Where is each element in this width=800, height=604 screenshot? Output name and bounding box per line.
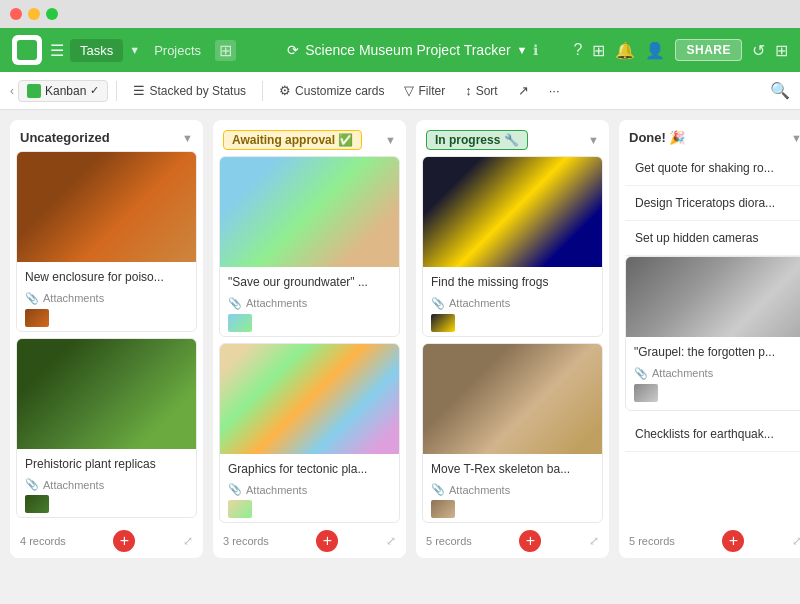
attach-icon-frog: 📎 <box>25 292 39 305</box>
expand-icon-inprogress[interactable]: ⤢ <box>589 534 599 548</box>
records-count-uncategorized: 4 records <box>20 535 66 547</box>
records-count-done: 5 records <box>629 535 675 547</box>
card-missing-frogs[interactable]: Find the missing frogs 📎 Attachments <box>422 156 603 337</box>
add-card-done[interactable]: + <box>722 530 744 552</box>
filter-label: Filter <box>418 84 445 98</box>
card-thumb-tectonic <box>228 500 252 518</box>
chevron-down-icon[interactable]: ▼ <box>517 44 528 56</box>
card-thumb-trex <box>431 500 455 518</box>
customize-icon: ⚙ <box>279 83 291 98</box>
column-title-awaiting: Awaiting approval ✅ <box>223 130 362 150</box>
card-image-tectonic <box>220 344 399 454</box>
share-button[interactable]: SHARE <box>675 39 742 61</box>
status-badge-awaiting: Awaiting approval ✅ <box>223 130 362 150</box>
column-chevron-done[interactable]: ▼ <box>791 132 800 144</box>
status-badge-inprogress: In progress 🔧 <box>426 130 528 150</box>
header-right: ? ⊞ 🔔 👤 SHARE ↺ ⊞ <box>574 39 788 61</box>
card-title-cameras: Set up hidden cameras <box>635 231 758 245</box>
kanban-icon <box>27 84 41 98</box>
card-frog[interactable]: New enclosure for poiso... 📎 Attachments <box>16 151 197 332</box>
add-card-uncategorized[interactable]: + <box>113 530 135 552</box>
column-chevron-uncategorized[interactable]: ▼ <box>182 132 193 144</box>
attach-icon-groundwater: 📎 <box>228 297 242 310</box>
projects-tab-header[interactable]: Projects <box>146 39 209 62</box>
attach-icon-trex: 📎 <box>431 483 445 496</box>
minimize-button[interactable] <box>28 8 40 20</box>
stacked-status-button[interactable]: ☰ Stacked by Status <box>125 79 254 102</box>
card-thumb-groundwater <box>228 314 252 332</box>
add-card-inprogress[interactable]: + <box>519 530 541 552</box>
card-meta-groundwater: 📎 Attachments <box>228 297 391 310</box>
records-count-inprogress: 5 records <box>426 535 472 547</box>
filter-button[interactable]: ▽ Filter <box>396 79 453 102</box>
app-title: Science Museum Project Tracker <box>305 42 510 58</box>
card-tectonic[interactable]: Graphics for tectonic pla... 📎 Attachmen… <box>219 343 400 524</box>
attach-label-plant: Attachments <box>43 479 104 491</box>
attach-icon-graupel: 📎 <box>634 367 648 380</box>
column-title-inprogress: In progress 🔧 <box>426 130 528 150</box>
expand-icon-awaiting[interactable]: ⤢ <box>386 534 396 548</box>
toolbar: ‹ Kanban ✓ ☰ Stacked by Status ⚙ Customi… <box>0 72 800 110</box>
expand-icon-done[interactable]: ⤢ <box>792 534 800 548</box>
close-button[interactable] <box>10 8 22 20</box>
card-image-graupel <box>626 257 800 337</box>
share-view-button[interactable]: ↗ <box>510 79 537 102</box>
maximize-button[interactable] <box>46 8 58 20</box>
card-groundwater[interactable]: "Save our groundwater" ... 📎 Attachments <box>219 156 400 337</box>
expand-icon-uncategorized[interactable]: ⤢ <box>183 534 193 548</box>
grid-icon[interactable]: ⊞ <box>592 41 605 60</box>
sort-button[interactable]: ↕ Sort <box>457 79 506 102</box>
column-footer-uncategorized: 4 records + ⤢ <box>10 524 203 558</box>
column-footer-done: 5 records + ⤢ <box>619 524 800 558</box>
apps-icon[interactable]: ⊞ <box>775 41 788 60</box>
refresh-icon[interactable]: ↺ <box>752 41 765 60</box>
customize-cards-button[interactable]: ⚙ Customize cards <box>271 79 392 102</box>
tasks-tab-header[interactable]: Tasks <box>70 39 123 62</box>
hamburger-icon[interactable]: ☰ <box>50 41 64 60</box>
records-count-awaiting: 3 records <box>223 535 269 547</box>
card-body-groundwater: "Save our groundwater" ... 📎 Attachments <box>220 267 399 336</box>
column-title-done: Done! 🎉 <box>629 130 685 145</box>
column-done: Done! 🎉 ▼ Get quote for shaking ro... De… <box>619 120 800 558</box>
card-shaking[interactable]: Get quote for shaking ro... <box>625 151 800 186</box>
kanban-view-button[interactable]: Kanban ✓ <box>18 80 108 102</box>
column-footer-awaiting: 3 records + ⤢ <box>213 524 406 558</box>
card-earthquake[interactable]: Checklists for earthquak... <box>625 417 800 452</box>
header-center: ⟳ Science Museum Project Tracker ▼ ℹ <box>252 42 573 58</box>
titlebar <box>0 0 800 28</box>
bell-icon[interactable]: 🔔 <box>615 41 635 60</box>
card-meta-missing-frogs: 📎 Attachments <box>431 297 594 310</box>
card-cameras[interactable]: Set up hidden cameras <box>625 221 800 256</box>
column-body-done: Get quote for shaking ro... Design Trice… <box>619 151 800 524</box>
help-icon[interactable]: ? <box>574 41 583 59</box>
card-meta-tectonic: 📎 Attachments <box>228 483 391 496</box>
column-header-done: Done! 🎉 ▼ <box>619 120 800 151</box>
toolbar-arrow-left[interactable]: ‹ <box>10 84 14 98</box>
card-thumb-plant <box>25 495 49 513</box>
card-plant[interactable]: Prehistoric plant replicas 📎 Attachments <box>16 338 197 519</box>
card-title-missing-frogs: Find the missing frogs <box>431 275 594 291</box>
user-avatar[interactable]: 👤 <box>645 41 665 60</box>
column-chevron-inprogress[interactable]: ▼ <box>588 134 599 146</box>
card-triceratops[interactable]: Design Triceratops diora... <box>625 186 800 221</box>
add-card-awaiting[interactable]: + <box>316 530 338 552</box>
arrow-down-icon: ▼ <box>129 44 140 56</box>
sort-icon: ↕ <box>465 83 472 98</box>
card-trex[interactable]: Move T-Rex skeleton ba... 📎 Attachments <box>422 343 603 524</box>
stack-icon: ☰ <box>133 83 145 98</box>
plus-icon[interactable]: ⊞ <box>215 40 236 61</box>
card-image-missing-frogs <box>423 157 602 267</box>
search-icon[interactable]: 🔍 <box>770 81 790 100</box>
info-icon[interactable]: ℹ <box>533 42 538 58</box>
more-options-button[interactable]: ··· <box>541 79 568 102</box>
attach-icon-tectonic: 📎 <box>228 483 242 496</box>
card-title-plant: Prehistoric plant replicas <box>25 457 188 473</box>
card-image-plant <box>17 339 196 449</box>
card-image-groundwater <box>220 157 399 267</box>
card-graupel[interactable]: "Graupel: the forgotten p... 📎 Attachmen… <box>625 256 800 411</box>
column-body-inprogress: Find the missing frogs 📎 Attachments Mov… <box>416 156 609 524</box>
stacked-label: Stacked by Status <box>149 84 246 98</box>
kanban-board: Uncategorized ▼ New enclosure for poiso.… <box>0 110 800 568</box>
column-chevron-awaiting[interactable]: ▼ <box>385 134 396 146</box>
card-title-trex: Move T-Rex skeleton ba... <box>431 462 594 478</box>
